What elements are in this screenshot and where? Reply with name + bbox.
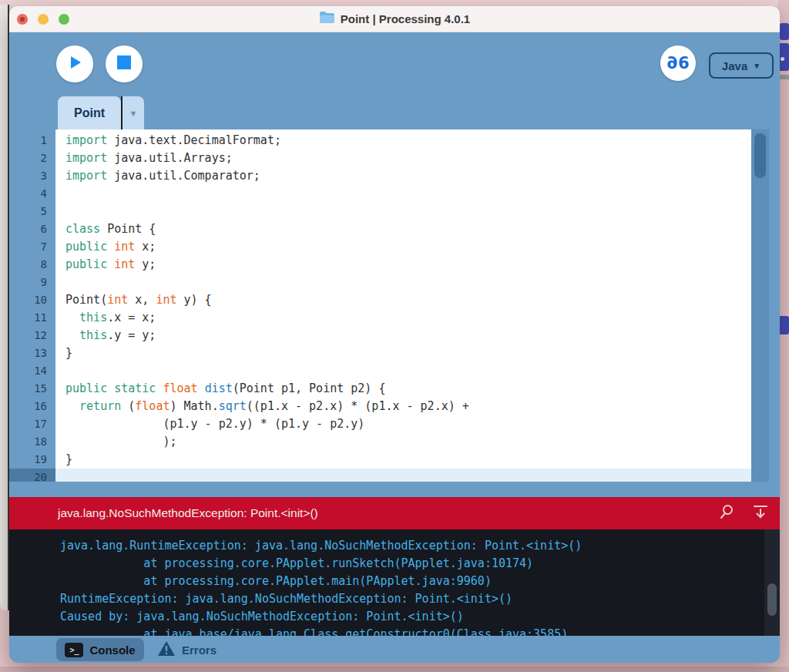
code-line[interactable]: ); xyxy=(55,433,751,451)
tab-point[interactable]: Point xyxy=(58,96,121,129)
line-number: 13 xyxy=(9,344,55,362)
console-output[interactable]: java.lang.RuntimeException: java.lang.No… xyxy=(9,529,780,636)
zoom-button[interactable] xyxy=(59,14,69,25)
console-tab-label: Console xyxy=(89,643,135,657)
tab-errors[interactable]: Errors xyxy=(157,638,217,661)
background-window-fragment xyxy=(778,316,789,334)
stop-icon xyxy=(116,55,132,73)
play-icon xyxy=(67,55,82,73)
console-line: at processing.core.PApplet.runSketch(PAp… xyxy=(60,555,780,573)
window-title-group: Point | Processing 4.0.1 xyxy=(319,11,470,27)
background-window-fragment xyxy=(780,23,789,40)
line-number: 5 xyxy=(9,203,55,220)
editor-scrollbar-thumb[interactable] xyxy=(754,133,766,178)
line-number: 12 xyxy=(9,327,55,344)
tab-console[interactable]: >_ Console xyxy=(56,638,144,661)
error-message: java.lang.NoSuchMethodException: Point.<… xyxy=(58,506,318,520)
code-line[interactable]: return (float) Math.sqrt((p1.x - p2.x) *… xyxy=(55,398,751,415)
debug-butterfly-icon: 66 xyxy=(666,54,689,72)
stop-button[interactable] xyxy=(106,45,143,82)
desktop-bottom-strip xyxy=(0,667,789,672)
code-line[interactable] xyxy=(55,362,751,380)
code-editor[interactable]: 1234567891011121314151617181920 import j… xyxy=(9,129,769,482)
code-line[interactable] xyxy=(55,274,751,291)
background-window-fragment xyxy=(778,43,789,71)
code-line[interactable]: public int y; xyxy=(55,256,751,274)
processing-ide-window: Point | Processing 4.0.1 66 Java ▼ Point… xyxy=(9,6,780,663)
console-lines: java.lang.RuntimeException: java.lang.No… xyxy=(9,529,780,636)
line-number: 17 xyxy=(9,415,55,433)
console-scrollbar-thumb[interactable] xyxy=(767,583,777,616)
code-line[interactable]: import java.util.Arrays; xyxy=(55,150,751,167)
close-button[interactable] xyxy=(17,14,28,25)
code-line[interactable]: public int x; xyxy=(55,238,751,256)
code-line[interactable]: (p1.y - p2.y) * (p1.y - p2.y) xyxy=(55,415,751,433)
console-line: at java.base/java.lang.Class.getConstruc… xyxy=(60,626,780,636)
editor-scrollbar[interactable] xyxy=(751,129,769,482)
code-line[interactable]: class Point { xyxy=(55,220,751,238)
console-line: java.lang.RuntimeException: java.lang.No… xyxy=(60,537,780,555)
gutter: 1234567891011121314151617181920 xyxy=(9,129,55,482)
code-line[interactable] xyxy=(55,469,751,482)
line-number: 7 xyxy=(9,238,55,256)
console-line: Caused by: java.lang.NoSuchMethodExcepti… xyxy=(60,608,780,626)
footer-tab-bar: >_ Console Errors xyxy=(9,636,780,663)
console-line: at processing.core.PApplet.main(PApplet.… xyxy=(60,573,780,590)
terminal-icon: >_ xyxy=(65,643,83,657)
background-window-fragment xyxy=(778,75,789,79)
debug-button[interactable]: 66 xyxy=(660,45,696,81)
errors-tab-label: Errors xyxy=(182,643,217,657)
desktop-right-strip xyxy=(778,0,789,672)
code-line[interactable]: } xyxy=(55,344,751,362)
line-number: 9 xyxy=(9,274,55,291)
background-window-edge xyxy=(0,5,9,610)
line-number: 1 xyxy=(9,132,55,150)
code-line[interactable]: import java.util.Comparator; xyxy=(55,167,751,185)
console-scrollbar[interactable] xyxy=(764,529,780,636)
desktop-top-strip xyxy=(0,0,789,6)
line-number: 4 xyxy=(9,185,55,203)
warning-icon xyxy=(157,640,176,660)
code-line[interactable] xyxy=(55,203,751,220)
run-button[interactable] xyxy=(56,45,93,82)
folder-icon xyxy=(319,11,335,27)
line-number: 3 xyxy=(9,167,55,185)
line-number: 20 xyxy=(9,469,55,482)
titlebar[interactable]: Point | Processing 4.0.1 xyxy=(9,6,780,32)
line-number: 11 xyxy=(9,309,55,327)
code-line[interactable]: public static float dist(Point p1, Point… xyxy=(55,380,751,398)
code-line[interactable]: this.y = y; xyxy=(55,327,751,344)
console-line: RuntimeException: java.lang.NoSuchMethod… xyxy=(60,590,780,608)
code-line[interactable] xyxy=(55,185,751,203)
mode-selector-button[interactable]: Java ▼ xyxy=(709,52,774,79)
line-number: 15 xyxy=(9,380,55,398)
line-number: 19 xyxy=(9,451,55,469)
code-line[interactable]: Point(int x, int y) { xyxy=(55,291,751,309)
line-number: 8 xyxy=(9,256,55,274)
collapse-console-icon[interactable] xyxy=(752,503,769,523)
chevron-down-icon: ▼ xyxy=(129,109,138,118)
line-number: 14 xyxy=(9,362,55,380)
minimize-button[interactable] xyxy=(38,14,49,25)
traffic-lights xyxy=(17,6,69,32)
search-icon[interactable] xyxy=(718,503,735,523)
mode-label: Java xyxy=(722,59,747,72)
line-number: 6 xyxy=(9,220,55,238)
chevron-down-icon: ▼ xyxy=(753,62,760,70)
line-number: 2 xyxy=(9,150,55,167)
line-number: 16 xyxy=(9,398,55,415)
line-number: 10 xyxy=(9,291,55,309)
tab-menu-button[interactable]: ▼ xyxy=(123,96,144,129)
code-lines[interactable]: import java.text.DecimalFormat;import ja… xyxy=(55,129,751,482)
window-title: Point | Processing 4.0.1 xyxy=(341,12,470,25)
error-status-bar: java.lang.NoSuchMethodException: Point.<… xyxy=(9,497,780,529)
code-line[interactable]: } xyxy=(55,451,751,469)
code-line[interactable]: this.x = x; xyxy=(55,309,751,327)
code-line[interactable]: import java.text.DecimalFormat; xyxy=(55,132,751,150)
line-number: 18 xyxy=(9,433,55,451)
error-bar-actions xyxy=(718,497,769,529)
